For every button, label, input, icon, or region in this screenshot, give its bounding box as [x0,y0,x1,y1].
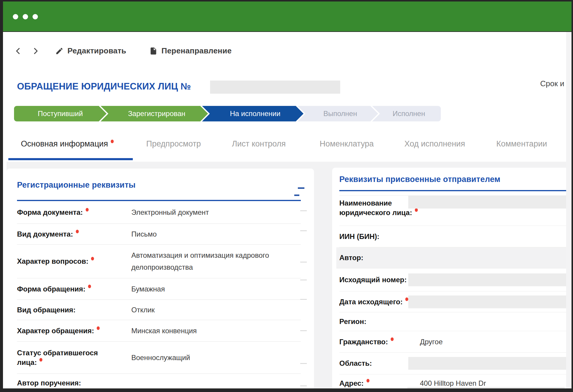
status-step-label: На исполнении [230,109,280,118]
field-value: Военнослужащий [131,352,301,364]
field-value: 400 Hilltop Haven Dr [420,379,486,388]
field-row: Наименование юридического лица: [339,195,566,226]
required-marker [88,285,91,288]
render-artifact [300,210,307,211]
field-label: Характер обращения: [17,326,110,336]
tab-main-info[interactable]: Основная информация [21,139,114,149]
edit-button-label: Редактировать [67,46,126,55]
field-label: Автор поручения: [17,378,110,388]
redacted-value [408,196,566,209]
field-value: Другое [420,338,443,346]
field-label: Форма обращения: [17,284,110,294]
render-artifact [294,195,299,196]
field-row: Автор: [336,247,566,268]
required-marker [39,358,42,362]
main-content: Редактировать Перенаправление ОБРАЩЕНИЕ … [3,32,572,388]
field-row: Вид документа: Письмо [17,224,301,245]
tab-comments[interactable]: Комментарии [496,139,547,149]
field-row: Характер обращения: Минская конвенция [17,320,301,342]
panel-title-rule [339,190,566,191]
status-step-label: Исполнен [393,109,425,118]
tab-label: Основная информация [21,139,108,148]
render-artifact [300,230,307,231]
tab-execution[interactable]: Ход исполнения [404,139,465,149]
scrollbar-track[interactable] [566,32,572,388]
field-label: Форма документа: [17,208,110,217]
field-label: Характер вопросов: [17,257,110,266]
required-marker [76,230,79,233]
chevron-right-icon [32,47,39,55]
tab-nomenclature[interactable]: Номенклатура [320,139,374,149]
render-artifact [300,385,307,386]
status-step-executed: Исполнен [372,106,441,121]
sender-details-panel: Реквизиты присвоенные отправителем Наиме… [332,168,566,388]
render-artifact [300,363,307,364]
edit-button[interactable]: Редактировать [55,46,126,55]
field-row: Форма документа: Электронный документ [17,201,301,224]
status-step-label: Поступивший [38,109,83,118]
redirect-button-label: Перенаправление [161,46,232,55]
field-row: Гражданство: Другое [339,331,566,353]
window-control-dot[interactable] [13,14,18,19]
pencil-icon [55,47,64,55]
toolbar: Редактировать Перенаправление [3,43,572,60]
render-artifact [298,187,304,189]
status-step-completed: Выполнен [298,106,378,121]
required-marker [111,140,114,143]
status-step-registered: Зарегистрирован [101,106,208,121]
render-artifact [300,299,307,300]
page-title: ОБРАЩЕНИЕ ЮРИДИЧЕСКИХ ЛИЦ № [17,81,191,92]
forward-button[interactable] [32,45,41,57]
status-step-label: Зарегистрирован [128,109,185,118]
app-window: Редактировать Перенаправление ОБРАЩЕНИЕ … [0,0,573,392]
status-step-label: Выполнен [324,109,357,118]
tab-label: Ход исполнения [404,139,465,148]
redacted-value [407,387,565,388]
field-value: Письмо [131,228,301,240]
field-label: Вид документа: [17,229,110,239]
window-control-dot[interactable] [33,14,38,19]
field-row: Статус обратившегося лица: Военнослужащи… [17,342,301,374]
field-value: Автоматизация и оптимизация кадрового де… [131,249,301,273]
field-label: ИИН (БИН): [339,232,435,241]
status-step-in-progress: На исполнении [202,106,304,121]
required-marker [405,297,408,301]
field-row: Вид обращения: Отклик [17,300,301,320]
required-marker [91,257,94,260]
field-row: Исходящий номер: [339,268,566,291]
field-row: Форма обращения: Бумажная [17,278,301,300]
tab-control-sheet[interactable]: Лист контроля [232,139,286,149]
document-number-redacted [210,81,340,94]
field-row: Дата исходящего: [339,291,566,312]
field-value: Отклик [131,304,301,316]
field-row: ИИН (БИН): [339,226,566,247]
field-label: Вид обращения: [17,305,110,315]
field-value: Бумажная [131,283,301,295]
required-marker [366,379,369,382]
document-icon [149,47,158,55]
registration-details-panel: Регистрационные реквизиты Форма документ… [7,169,314,388]
field-label: Автор: [339,253,435,263]
window-control-dot[interactable] [23,14,28,19]
status-pipeline: Поступивший Зарегистрирован На исполнени… [3,106,572,121]
tab-label: Предпросмотр [146,139,201,148]
field-value: Электронный документ [131,206,301,218]
field-row: Область: [339,353,566,374]
back-button[interactable] [14,45,23,57]
tab-label: Номенклатура [320,139,374,148]
field-row: Автор поручения: [17,374,301,388]
field-row: Регион: [339,312,566,331]
redacted-value [408,357,566,370]
redacted-value [408,274,566,286]
required-marker [86,208,89,212]
tab-preview[interactable]: Предпросмотр [146,139,201,149]
field-label: Регион: [339,317,435,326]
render-artifact [300,262,307,263]
redirect-button[interactable]: Перенаправление [149,46,232,55]
panel-title: Реквизиты присвоенные отправителем [332,168,566,184]
field-row: Адрес: 400 Hilltop Haven Dr [339,374,566,388]
active-tab-underline [8,158,133,160]
field-row: Характер вопросов: Автоматизация и оптим… [17,245,301,278]
required-marker [415,208,418,212]
field-value: Минская конвенция [131,325,301,337]
